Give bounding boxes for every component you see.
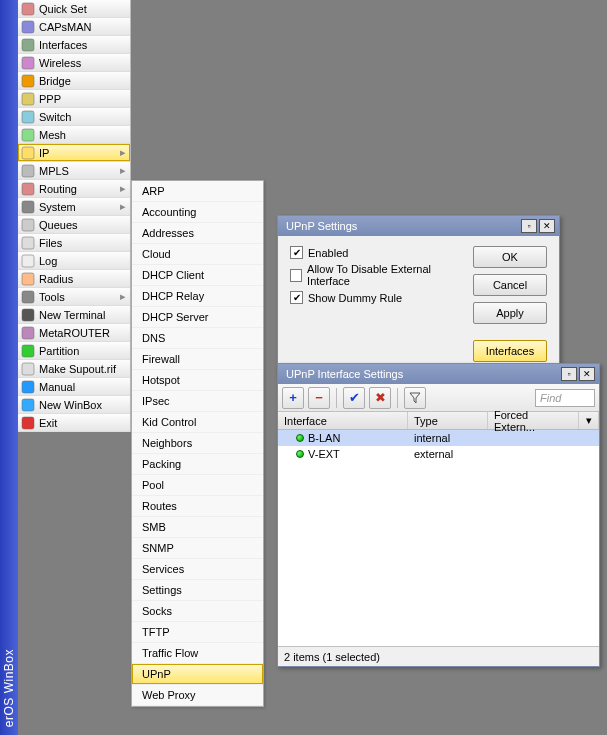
disable-button[interactable]: ✖ — [369, 387, 391, 409]
menu-label: CAPsMAN — [39, 21, 128, 33]
submenu-item-upnp[interactable]: UPnP — [132, 664, 263, 685]
menu-item-system[interactable]: System▸ — [18, 198, 130, 216]
submenu-item-packing[interactable]: Packing — [132, 454, 263, 475]
checkbox-enabled[interactable]: ✔ — [290, 246, 303, 259]
menu-item-files[interactable]: Files — [18, 234, 130, 252]
svg-rect-16 — [22, 291, 34, 303]
submenu-item-dhcp-relay[interactable]: DHCP Relay — [132, 286, 263, 307]
column-type[interactable]: Type — [408, 412, 488, 429]
column-interface[interactable]: Interface — [278, 412, 408, 429]
interfaces-button[interactable]: Interfaces — [473, 340, 547, 362]
submenu-item-accounting[interactable]: Accounting — [132, 202, 263, 223]
menu-item-interfaces[interactable]: Interfaces — [18, 36, 130, 54]
submenu-item-routes[interactable]: Routes — [132, 496, 263, 517]
submenu-item-tftp[interactable]: TFTP — [132, 622, 263, 643]
checkbox-show-dummy-rule[interactable]: ✔ — [290, 291, 303, 304]
menu-item-ip[interactable]: IP▸ — [18, 144, 130, 162]
submenu-item-arp[interactable]: ARP — [132, 181, 263, 202]
menu-item-tools[interactable]: Tools▸ — [18, 288, 130, 306]
menu-label: System — [39, 201, 118, 213]
checkbox-allow-disable-external[interactable] — [290, 269, 302, 282]
submenu-item-kid-control[interactable]: Kid Control — [132, 412, 263, 433]
svg-rect-3 — [22, 57, 34, 69]
menu-item-bridge[interactable]: Bridge — [18, 72, 130, 90]
close-button[interactable]: ✕ — [579, 367, 595, 381]
apply-button[interactable]: Apply — [473, 302, 547, 324]
menu-item-mpls[interactable]: MPLS▸ — [18, 162, 130, 180]
submenu-item-traffic-flow[interactable]: Traffic Flow — [132, 643, 263, 664]
x-icon: ✖ — [375, 390, 386, 405]
submenu-item-cloud[interactable]: Cloud — [132, 244, 263, 265]
menu-item-new-winbox[interactable]: New WinBox — [18, 396, 130, 414]
menu-item-exit[interactable]: Exit — [18, 414, 130, 432]
submenu-item-dns[interactable]: DNS — [132, 328, 263, 349]
enable-button[interactable]: ✔ — [343, 387, 365, 409]
submenu-item-ipsec[interactable]: IPsec — [132, 391, 263, 412]
menu-item-quick-set[interactable]: Quick Set — [18, 0, 130, 18]
menu-icon — [20, 379, 36, 395]
add-button[interactable]: + — [282, 387, 304, 409]
svg-rect-22 — [22, 399, 34, 411]
submenu-item-smb[interactable]: SMB — [132, 517, 263, 538]
close-button[interactable]: ✕ — [539, 219, 555, 233]
submenu-label: Routes — [142, 500, 177, 512]
svg-rect-4 — [22, 75, 34, 87]
submenu-item-snmp[interactable]: SNMP — [132, 538, 263, 559]
menu-icon — [20, 415, 36, 431]
menu-label: Queues — [39, 219, 128, 231]
app-title-vertical: erOS WinBox — [2, 649, 16, 727]
menu-icon — [20, 91, 36, 107]
submenu-item-pool[interactable]: Pool — [132, 475, 263, 496]
submenu-label: Web Proxy — [142, 689, 196, 701]
column-forced-external[interactable]: Forced Extern... — [488, 412, 579, 429]
menu-item-mesh[interactable]: Mesh — [18, 126, 130, 144]
ok-button[interactable]: OK — [473, 246, 547, 268]
submenu-item-socks[interactable]: Socks — [132, 601, 263, 622]
menu-item-queues[interactable]: Queues — [18, 216, 130, 234]
submenu-item-neighbors[interactable]: Neighbors — [132, 433, 263, 454]
submenu-item-dhcp-server[interactable]: DHCP Server — [132, 307, 263, 328]
grid-body[interactable]: B-LANinternalV-EXTexternal — [278, 430, 599, 646]
menu-item-log[interactable]: Log — [18, 252, 130, 270]
table-row[interactable]: V-EXTexternal — [278, 446, 599, 462]
menu-item-routing[interactable]: Routing▸ — [18, 180, 130, 198]
titlebar-upnp-settings[interactable]: UPnP Settings ▫ ✕ — [278, 216, 559, 236]
menu-item-switch[interactable]: Switch — [18, 108, 130, 126]
menu-label: New Terminal — [39, 309, 128, 321]
submenu-item-settings[interactable]: Settings — [132, 580, 263, 601]
titlebar-upnp-interface-settings[interactable]: UPnP Interface Settings ▫ ✕ — [278, 364, 599, 384]
menu-item-make-supout-rif[interactable]: Make Supout.rif — [18, 360, 130, 378]
menu-item-wireless[interactable]: Wireless — [18, 54, 130, 72]
svg-rect-7 — [22, 129, 34, 141]
check-icon: ✔ — [349, 390, 360, 405]
menu-item-manual[interactable]: Manual — [18, 378, 130, 396]
submenu-item-addresses[interactable]: Addresses — [132, 223, 263, 244]
cancel-button[interactable]: Cancel — [473, 274, 547, 296]
svg-rect-1 — [22, 21, 34, 33]
menu-item-new-terminal[interactable]: New Terminal — [18, 306, 130, 324]
column-menu[interactable]: ▾ — [579, 412, 599, 429]
submenu-item-hotspot[interactable]: Hotspot — [132, 370, 263, 391]
menu-item-ppp[interactable]: PPP — [18, 90, 130, 108]
menu-icon — [20, 289, 36, 305]
submenu-label: Hotspot — [142, 374, 180, 386]
submenu-item-web-proxy[interactable]: Web Proxy — [132, 685, 263, 706]
menu-label: Quick Set — [39, 3, 128, 15]
menu-item-metarouter[interactable]: MetaROUTER — [18, 324, 130, 342]
remove-button[interactable]: − — [308, 387, 330, 409]
funnel-icon — [409, 392, 421, 404]
menu-item-radius[interactable]: Radius — [18, 270, 130, 288]
svg-rect-20 — [22, 363, 34, 375]
svg-rect-17 — [22, 309, 34, 321]
submenu-item-firewall[interactable]: Firewall — [132, 349, 263, 370]
submenu-item-dhcp-client[interactable]: DHCP Client — [132, 265, 263, 286]
menu-item-capsman[interactable]: CAPsMAN — [18, 18, 130, 36]
menu-item-partition[interactable]: Partition — [18, 342, 130, 360]
submenu-label: DHCP Relay — [142, 290, 204, 302]
minimize-button[interactable]: ▫ — [561, 367, 577, 381]
find-input[interactable]: Find — [535, 389, 595, 407]
filter-button[interactable] — [404, 387, 426, 409]
submenu-label: Firewall — [142, 353, 180, 365]
minimize-button[interactable]: ▫ — [521, 219, 537, 233]
submenu-item-services[interactable]: Services — [132, 559, 263, 580]
